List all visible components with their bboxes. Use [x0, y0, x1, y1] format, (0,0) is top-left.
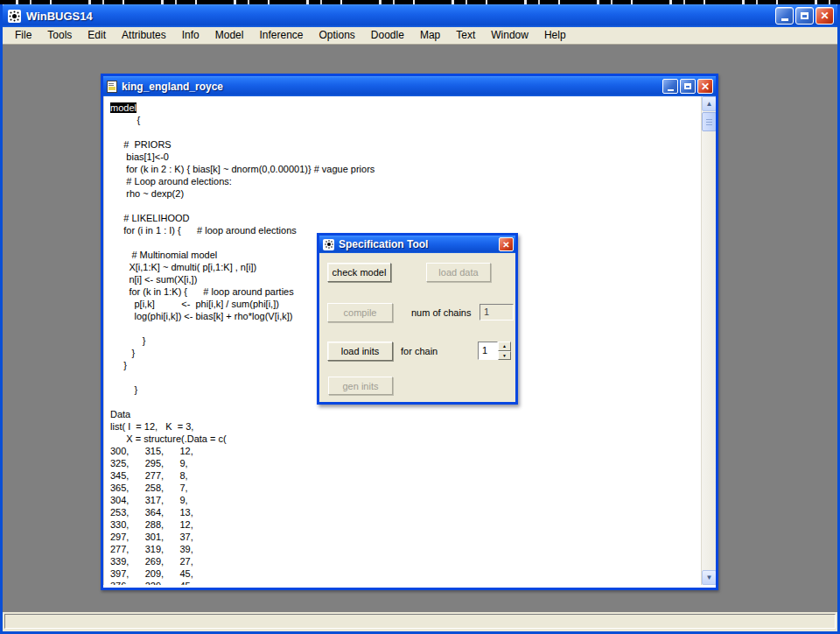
- menu-item-file[interactable]: File: [7, 27, 39, 44]
- num-of-chains-field[interactable]: 1: [480, 304, 514, 321]
- code-line: 339, 269, 27,: [110, 555, 701, 567]
- code-line: bias[1]<-0: [110, 151, 701, 163]
- code-line: Data: [110, 408, 701, 420]
- document-title: king_england_royce: [122, 81, 661, 93]
- menu-item-window[interactable]: Window: [483, 27, 536, 44]
- code-line: 325, 295, 9,: [110, 457, 701, 469]
- minimize-icon: [781, 18, 788, 21]
- spinner-down-button[interactable]: ▼: [498, 351, 511, 361]
- winbugs-main-window: WinBUGS14 ✕ FileToolsEditAttributesInfoM…: [0, 4, 840, 634]
- compile-button[interactable]: compile: [327, 303, 393, 322]
- minimize-icon: [668, 89, 674, 91]
- menu-item-tools[interactable]: Tools: [39, 27, 80, 44]
- dialog-icon: [323, 239, 334, 250]
- status-field: [4, 614, 836, 629]
- menu-item-info[interactable]: Info: [174, 27, 207, 44]
- arrow-up-icon: ▲: [706, 100, 713, 108]
- code-line: 345, 277, 8,: [110, 469, 701, 482]
- load-inits-button[interactable]: load inits: [327, 342, 393, 361]
- code-line: 376, 229, 45,: [110, 580, 701, 585]
- specification-tool-dialog: Specification Tool ✕ check model load da…: [317, 233, 518, 405]
- scroll-down-button[interactable]: ▼: [702, 570, 716, 585]
- for-chain-field[interactable]: 1: [478, 342, 498, 360]
- dialog-close-button[interactable]: ✕: [499, 237, 514, 251]
- code-line: for (k in 2 : K) { bias[k] ~ dnorm(0,0.0…: [110, 163, 701, 175]
- menu-item-map[interactable]: Map: [412, 27, 448, 44]
- minimize-button[interactable]: [775, 7, 794, 25]
- code-line: {: [110, 114, 701, 126]
- code-line: # PRIORS: [110, 138, 701, 151]
- menu-item-text[interactable]: Text: [448, 27, 483, 44]
- document-titlebar[interactable]: king_england_royce ✕: [103, 76, 716, 96]
- menu-item-edit[interactable]: Edit: [80, 27, 114, 44]
- dialog-body: check model load data compile num of cha…: [319, 253, 515, 402]
- menu-bar: FileToolsEditAttributesInfoModelInferenc…: [3, 27, 837, 45]
- spin-down-icon: ▼: [502, 353, 507, 358]
- doc-minimize-button[interactable]: [662, 79, 678, 94]
- menu-item-model[interactable]: Model: [207, 27, 252, 44]
- dialog-titlebar[interactable]: Specification Tool ✕: [319, 236, 515, 253]
- code-line: 297, 301, 37,: [110, 531, 701, 543]
- close-icon: ✕: [502, 240, 509, 250]
- for-chain-label: for chain: [401, 342, 438, 361]
- code-line: X = structure(.Data = c(: [110, 433, 701, 445]
- code-line: 397, 209, 45,: [110, 567, 701, 580]
- load-data-button[interactable]: load data: [426, 263, 491, 282]
- check-model-button[interactable]: check model: [327, 263, 391, 282]
- code-line: [110, 200, 701, 212]
- menu-item-help[interactable]: Help: [536, 27, 574, 44]
- mdi-workspace: king_england_royce ✕ model { # PRIORS bi…: [3, 45, 837, 612]
- main-titlebar[interactable]: WinBUGS14 ✕: [3, 4, 837, 27]
- code-line: model: [110, 102, 701, 114]
- winbugs-app-icon: [8, 10, 21, 23]
- code-line: # Loop around elections:: [110, 175, 701, 187]
- scrollbar-thumb[interactable]: [702, 112, 716, 131]
- close-button[interactable]: ✕: [816, 7, 834, 25]
- doc-maximize-button[interactable]: [680, 79, 696, 94]
- for-chain-spinner: ▲ ▼: [498, 342, 511, 360]
- spin-up-icon: ▲: [502, 343, 507, 349]
- arrow-down-icon: ▼: [706, 574, 713, 581]
- vertical-scrollbar[interactable]: ▲ ▼: [701, 96, 716, 585]
- menu-item-doodle[interactable]: Doodle: [363, 27, 412, 44]
- code-line: [110, 126, 701, 138]
- gen-inits-button[interactable]: gen inits: [328, 377, 393, 395]
- menu-item-attributes[interactable]: Attributes: [114, 27, 174, 44]
- code-line: 365, 258, 7,: [110, 482, 701, 494]
- maximize-icon: [801, 12, 808, 19]
- menu-item-inference[interactable]: Inference: [251, 27, 311, 44]
- status-bar: [3, 612, 837, 631]
- code-line: list( I = 12, K = 3,: [110, 420, 701, 433]
- code-line: 304, 317, 9,: [110, 494, 701, 506]
- code-line: 330, 288, 12,: [110, 518, 701, 531]
- dialog-title: Specification Tool: [339, 238, 499, 250]
- close-icon: ✕: [701, 81, 710, 92]
- selected-text: model: [110, 102, 136, 113]
- code-line: 300, 315, 12,: [110, 445, 701, 457]
- main-window-title: WinBUGS14: [26, 10, 774, 23]
- close-icon: ✕: [820, 11, 829, 21]
- num-of-chains-label: num of chains: [411, 303, 471, 322]
- spinner-up-button[interactable]: ▲: [498, 342, 511, 351]
- menu-item-options[interactable]: Options: [312, 27, 363, 44]
- document-icon: [107, 81, 117, 93]
- code-line: rho ~ dexp(2): [110, 187, 701, 200]
- maximize-button[interactable]: [795, 7, 814, 25]
- maximize-icon: [684, 83, 691, 89]
- code-line: # LIKELIHOOD: [110, 212, 701, 224]
- doc-close-button[interactable]: ✕: [697, 79, 713, 94]
- scroll-up-button[interactable]: ▲: [702, 96, 716, 111]
- code-line: 253, 364, 13,: [110, 506, 701, 518]
- code-line: 277, 319, 39,: [110, 543, 701, 555]
